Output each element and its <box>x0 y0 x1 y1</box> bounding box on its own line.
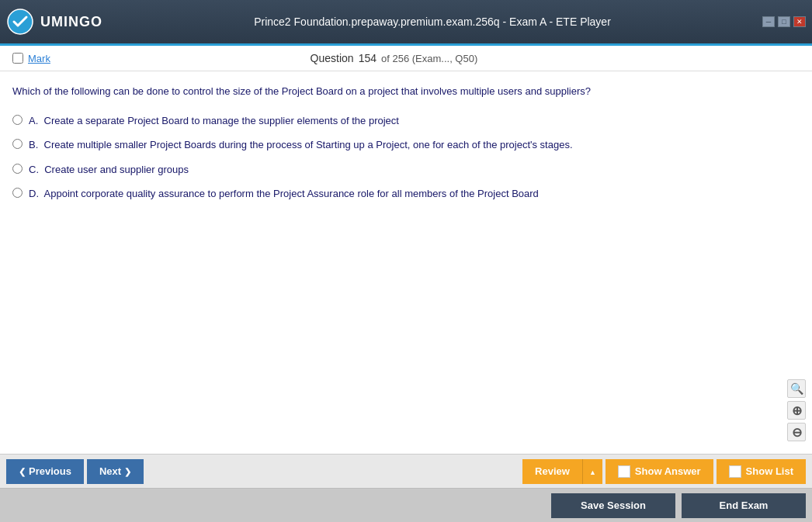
question-number-box: 154 <box>359 52 377 64</box>
option-c[interactable]: C. Create user and supplier groups <box>12 162 800 178</box>
option-a-label: A. Create a separate Project Board to ma… <box>29 113 399 129</box>
zoom-in-icon: ⊕ <box>792 403 802 418</box>
mark-section[interactable]: Mark <box>12 53 50 64</box>
question-header: Mark Question 154 of 256 (Exam..., Q50) <box>0 46 812 71</box>
zoom-out-button[interactable]: ⊖ <box>787 423 806 441</box>
review-label: Review <box>535 465 570 477</box>
end-exam-button[interactable]: End Exam <box>682 493 806 518</box>
maximize-button[interactable]: □ <box>778 16 790 27</box>
radio-c[interactable] <box>12 164 23 174</box>
question-text: Which of the following can be done to co… <box>12 84 800 99</box>
mark-checkbox[interactable] <box>12 53 23 64</box>
review-group: Review <box>522 459 602 484</box>
question-counter: Question 154 of 256 (Exam..., Q50) <box>311 52 478 64</box>
radio-d[interactable] <box>12 188 23 198</box>
option-d[interactable]: D. Appoint corporate quality assurance t… <box>12 186 800 202</box>
window-title: Prince2 Foundation.prepaway.premium.exam… <box>102 16 762 28</box>
title-bar-left: UMINGO <box>6 8 102 36</box>
main-content: Which of the following can be done to co… <box>0 71 812 454</box>
zoom-controls: 🔍 ⊕ ⊖ <box>787 379 806 441</box>
question-label: Question <box>311 52 354 64</box>
search-icon: 🔍 <box>790 382 803 395</box>
show-list-label: Show List <box>746 465 793 477</box>
radio-a[interactable] <box>12 115 23 125</box>
show-list-checkbox-icon <box>729 465 741 478</box>
logo-icon <box>6 8 34 36</box>
zoom-out-icon: ⊖ <box>792 425 802 440</box>
option-d-label: D. Appoint corporate quality assurance t… <box>29 186 539 202</box>
chevron-left-icon <box>19 465 26 477</box>
option-a[interactable]: A. Create a separate Project Board to ma… <box>12 113 800 129</box>
logo-text: UMINGO <box>40 14 102 30</box>
window-controls[interactable]: ─ □ ✕ <box>762 16 806 27</box>
show-answer-label: Show Answer <box>635 465 701 477</box>
next-label: Next <box>99 465 121 477</box>
question-of-total: of 256 (Exam..., Q50) <box>381 53 477 64</box>
chevron-up-icon <box>589 465 596 477</box>
next-button[interactable]: Next <box>87 459 144 484</box>
radio-b[interactable] <box>12 139 23 149</box>
show-list-button[interactable]: Show List <box>717 459 806 484</box>
option-b[interactable]: B. Create multiple smaller Project Board… <box>12 137 800 153</box>
title-bar: UMINGO Prince2 Foundation.prepaway.premi… <box>0 0 812 43</box>
review-button[interactable]: Review <box>522 459 582 484</box>
option-c-label: C. Create user and supplier groups <box>29 162 189 178</box>
review-dropdown-button[interactable] <box>582 459 602 484</box>
search-zoom-button[interactable]: 🔍 <box>787 379 806 398</box>
previous-label: Previous <box>29 465 71 477</box>
option-b-label: B. Create multiple smaller Project Board… <box>29 137 573 153</box>
previous-button[interactable]: Previous <box>6 459 84 484</box>
minimize-button[interactable]: ─ <box>762 16 775 27</box>
zoom-in-button[interactable]: ⊕ <box>787 401 806 420</box>
end-exam-label: End Exam <box>720 500 769 511</box>
close-button[interactable]: ✕ <box>793 16 806 27</box>
chevron-right-icon <box>124 465 131 477</box>
options-list: A. Create a separate Project Board to ma… <box>12 113 800 202</box>
save-session-label: Save Session <box>581 500 646 511</box>
action-bar: Save Session End Exam <box>0 488 812 522</box>
save-session-button[interactable]: Save Session <box>551 493 675 518</box>
show-answer-button[interactable]: Show Answer <box>606 459 713 484</box>
show-answer-checkbox-icon <box>618 465 630 478</box>
mark-label[interactable]: Mark <box>28 53 50 64</box>
nav-bar: Previous Next Review Show Answer Show Li… <box>0 454 812 488</box>
